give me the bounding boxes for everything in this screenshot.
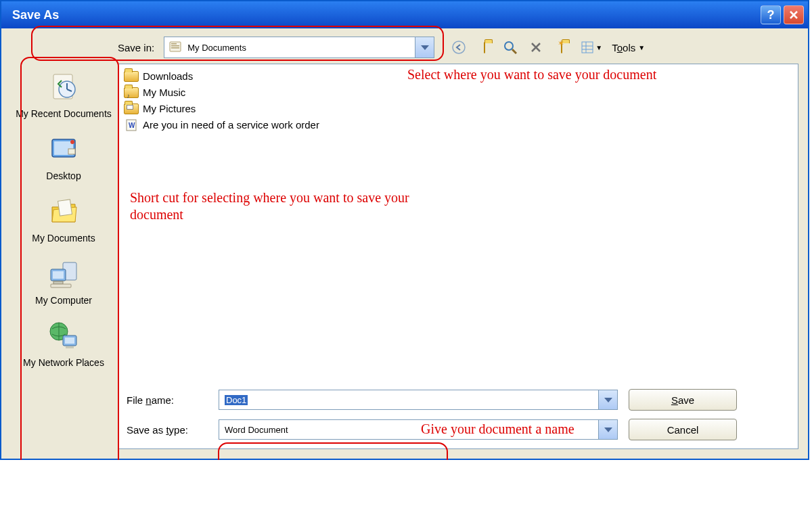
titlebar: Save As ? xyxy=(1,1,808,28)
sidebar-item-documents[interactable]: My Documents xyxy=(32,193,95,244)
sidebar-item-computer[interactable]: My Computer xyxy=(35,256,92,306)
delete-button[interactable] xyxy=(526,38,545,57)
sidebar-item-label: My Network Places xyxy=(23,357,104,368)
file-name: Downloads xyxy=(143,68,193,85)
savein-label: Save in: xyxy=(118,42,154,53)
savein-value: My Documents xyxy=(187,43,246,53)
list-item[interactable]: ♪ My Music xyxy=(124,85,792,101)
savein-dropdown-arrow[interactable] xyxy=(415,37,434,57)
folder-music-icon: ♪ xyxy=(124,85,139,100)
list-item[interactable]: My Pictures xyxy=(124,101,792,117)
views-button[interactable]: ▼ xyxy=(578,38,605,57)
search-web-button[interactable] xyxy=(501,38,520,57)
svg-rect-2 xyxy=(171,47,179,49)
svg-text:W: W xyxy=(129,122,135,129)
toolbar: ✶ ▼ Tools ▼ xyxy=(449,38,645,57)
back-icon xyxy=(451,40,466,55)
network-places-icon xyxy=(45,318,82,354)
new-folder-icon: ✶ xyxy=(561,43,562,53)
svg-rect-19 xyxy=(58,200,72,216)
savetype-combo[interactable]: Word Document xyxy=(219,419,618,440)
sidebar-item-network[interactable]: My Network Places xyxy=(23,318,104,368)
filename-combo[interactable]: Doc1 xyxy=(219,390,618,410)
close-icon xyxy=(789,10,798,20)
sidebar-item-desktop[interactable]: Desktop xyxy=(45,131,82,181)
delete-icon xyxy=(529,41,543,54)
window-controls: ? xyxy=(761,5,804,24)
svg-point-18 xyxy=(70,140,74,144)
svg-rect-3 xyxy=(171,43,177,45)
savetype-label: Save as type: xyxy=(127,424,208,436)
svg-point-4 xyxy=(453,41,465,53)
back-button[interactable] xyxy=(449,38,468,57)
filename-value[interactable]: Doc1 xyxy=(225,395,248,405)
cancel-button[interactable]: Cancel xyxy=(629,419,737,440)
new-folder-button[interactable]: ✶ xyxy=(552,38,571,57)
tools-menu[interactable]: Tools ▼ xyxy=(612,42,645,53)
file-list-pane[interactable]: Downloads ♪ My Music My Pictures W Are y… xyxy=(118,64,798,449)
folder-icon xyxy=(124,69,139,84)
list-item[interactable]: W Are you in need of a service work orde… xyxy=(124,117,792,133)
svg-rect-24 xyxy=(51,284,71,287)
savetype-dropdown-arrow[interactable] xyxy=(598,420,617,439)
views-icon xyxy=(581,41,594,54)
word-doc-icon: W xyxy=(124,118,139,133)
svg-rect-1 xyxy=(171,45,179,47)
svg-rect-22 xyxy=(53,271,64,279)
up-one-level-button[interactable] xyxy=(475,38,494,57)
svg-rect-23 xyxy=(53,281,63,284)
svg-point-5 xyxy=(505,42,513,50)
desktop-icon xyxy=(45,131,82,168)
svg-rect-7 xyxy=(582,42,593,53)
save-button[interactable]: Save xyxy=(629,389,737,411)
svg-line-6 xyxy=(512,49,516,53)
file-name: Are you in need of a service work order xyxy=(143,117,319,133)
window-title: Save As xyxy=(5,8,59,22)
save-as-dialog: Save As ? Save in: My Documents xyxy=(0,0,809,460)
places-bar: My Recent Documents Desktop My Documents… xyxy=(9,64,118,449)
list-item[interactable]: Downloads xyxy=(124,68,792,85)
tools-label: Tools xyxy=(612,42,635,53)
chevron-down-icon xyxy=(421,45,429,50)
file-name: My Music xyxy=(143,85,185,101)
filename-dropdown-arrow[interactable] xyxy=(598,390,617,409)
file-name: My Pictures xyxy=(143,101,196,117)
help-button[interactable]: ? xyxy=(761,5,781,24)
folder-icon xyxy=(168,40,182,55)
sidebar-item-label: My Documents xyxy=(32,233,95,244)
close-button[interactable] xyxy=(784,5,804,24)
my-documents-icon xyxy=(45,193,82,230)
recent-docs-icon xyxy=(45,69,82,106)
sidebar-item-label: Desktop xyxy=(46,170,81,181)
svg-rect-28 xyxy=(66,346,74,348)
search-icon xyxy=(503,40,518,55)
savein-dropdown[interactable]: My Documents xyxy=(164,37,434,58)
chevron-down-icon xyxy=(604,428,612,432)
svg-rect-27 xyxy=(65,338,74,344)
my-computer-icon xyxy=(45,256,82,292)
bottom-controls: File name: Doc1 Save Save as type: xyxy=(118,389,798,440)
folder-up-icon xyxy=(484,43,485,53)
sidebar-item-label: My Recent Documents xyxy=(16,108,112,119)
svg-rect-17 xyxy=(68,149,75,154)
folder-pictures-icon xyxy=(124,101,139,116)
chevron-down-icon xyxy=(604,398,612,402)
sidebar-item-label: My Computer xyxy=(35,295,92,306)
savein-row: Save in: My Documents ✶ ▼ xyxy=(118,37,798,58)
sidebar-item-recent[interactable]: My Recent Documents xyxy=(16,69,112,119)
main-area: My Recent Documents Desktop My Documents… xyxy=(9,64,798,449)
dialog-body: Save in: My Documents ✶ ▼ xyxy=(1,28,808,459)
savetype-value: Word Document xyxy=(225,425,288,435)
filename-label: File name: xyxy=(127,394,208,406)
